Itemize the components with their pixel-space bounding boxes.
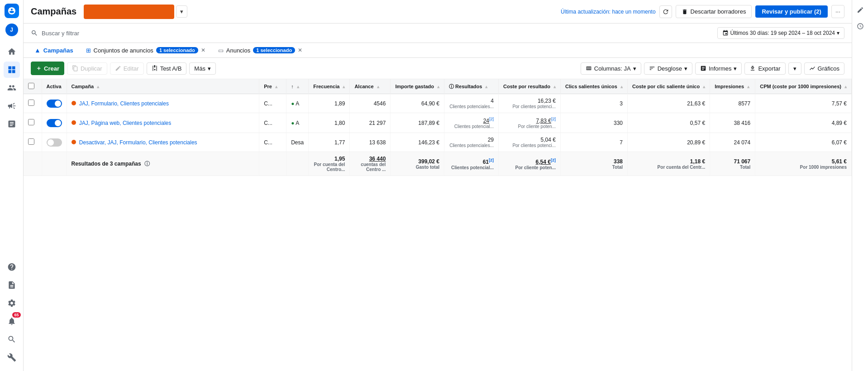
tab-ads[interactable]: ▭ Anuncios 1 seleccionado ✕	[213, 43, 308, 57]
campaign-selector[interactable]	[84, 5, 174, 19]
ads-badge: 1 seleccionado	[253, 47, 295, 53]
edit-button[interactable]: Editar	[110, 62, 144, 75]
right-sidebar	[852, 0, 868, 371]
last-update-label: Última actualización: hace un momento	[561, 9, 655, 15]
summary-impresiones: 71 067 Total	[710, 152, 755, 176]
more-options-button[interactable]: ···	[831, 5, 844, 18]
right-edit-icon[interactable]	[854, 4, 867, 16]
campaign-selector-wrap: ▾	[84, 5, 187, 19]
tab-campaigns-label: Campañas	[43, 47, 73, 54]
search-placeholder: Buscar y filtrar	[42, 30, 79, 37]
row1-toggle-switch[interactable]	[47, 100, 62, 108]
create-button[interactable]: ＋ Crear	[31, 62, 64, 75]
publish-button[interactable]: Revisar y publicar (2)	[755, 5, 828, 18]
summary-row: Resultados de 3 campañas ⓘ 1,95 Por cuen…	[24, 152, 852, 176]
export-button[interactable]: Exportar	[744, 62, 785, 75]
row2-importe: 187,89 €	[391, 113, 444, 133]
col-cpm[interactable]: CPM (coste por 1000 impresiones) ▴	[755, 79, 852, 94]
col-alcance[interactable]: Alcance ▴	[350, 79, 391, 94]
sidebar-item-grid[interactable]	[4, 62, 20, 78]
row3-campaign-link[interactable]: Desactivar, JAJ, Formulario, Clientes po…	[79, 139, 197, 146]
col-importe[interactable]: Importe gastado ▴	[391, 79, 444, 94]
col-campaign[interactable]: Campaña ▴	[67, 79, 259, 94]
ads-close-icon[interactable]: ✕	[298, 47, 302, 53]
row2-campaign: JAJ, Página web, Clientes potenciales	[67, 113, 259, 133]
discard-button[interactable]: Descartar borradores	[676, 5, 752, 18]
duplicate-button[interactable]: Duplicar	[67, 62, 107, 75]
row1-pre: C...	[259, 94, 286, 113]
left-sidebar: J 65	[0, 0, 24, 371]
row2-campaign-link[interactable]: JAJ, Página web, Clientes potenciales	[79, 120, 171, 126]
sidebar-item-home[interactable]	[4, 43, 20, 60]
right-clock-icon[interactable]	[854, 20, 867, 33]
refresh-button[interactable]	[659, 5, 672, 18]
user-avatar[interactable]: J	[5, 24, 18, 36]
col-impresiones[interactable]: Impresiones ▴	[710, 79, 755, 94]
summary-info-icon[interactable]: ⓘ	[144, 161, 150, 167]
col-arrow[interactable]: ↑ ▴	[286, 79, 309, 94]
sidebar-item-chart[interactable]	[4, 116, 20, 132]
campaign-dropdown-arrow[interactable]: ▾	[176, 5, 187, 18]
col-active: Activa	[42, 79, 67, 94]
search-input-wrap[interactable]: Buscar y filtrar	[31, 29, 79, 37]
row1-campaign-link[interactable]: JAJ, Formulario, Clientes potenciales	[79, 100, 169, 107]
col-frecuencia[interactable]: Frecuencia ▴	[309, 79, 350, 94]
desglose-icon	[649, 65, 655, 71]
summary-alcance: 36 440 cuentas del Centro ...	[350, 152, 391, 176]
adsets-badge: 1 seleccionado	[156, 47, 198, 53]
sidebar-item-search[interactable]	[4, 331, 20, 347]
summary-coste-resultado: 6,54 €[2] Por cliente poten...	[499, 152, 561, 176]
sidebar-item-docs[interactable]	[4, 277, 20, 293]
informes-arrow-icon: ▾	[734, 65, 737, 72]
desglose-button[interactable]: Desglose ▾	[644, 62, 692, 75]
row1-status-dot	[72, 101, 76, 105]
row2-toggle[interactable]	[42, 113, 67, 133]
row1-checkbox[interactable]	[24, 94, 42, 113]
columns-icon	[586, 65, 592, 71]
app-logo	[5, 4, 19, 18]
row3-toggle[interactable]	[42, 133, 67, 152]
row2-checkbox[interactable]	[24, 113, 42, 133]
columns-button[interactable]: Columnas: JA ▾	[581, 62, 641, 75]
select-all-checkbox[interactable]	[28, 83, 34, 89]
sidebar-item-megaphone[interactable]	[4, 98, 20, 114]
main-content: Campañas ▾ Última actualización: hace un…	[24, 0, 852, 371]
col-resultados[interactable]: ⓘ Resultados ▴	[444, 79, 499, 94]
row2-toggle-switch[interactable]	[47, 119, 62, 127]
row3-checkbox[interactable]	[24, 133, 42, 152]
tab-ad-sets[interactable]: ⊞ Conjuntos de anuncios 1 seleccionado ✕	[81, 43, 211, 57]
col-clics[interactable]: Clics salientes únicos ▴	[560, 79, 627, 94]
informes-button[interactable]: Informes ▾	[695, 62, 742, 75]
row1-resultados: 4 Clientes potenciales...	[444, 94, 499, 113]
col-coste-resultado[interactable]: Coste por resultado ▴	[499, 79, 561, 94]
calendar-icon	[722, 30, 729, 36]
row1-status: ● A	[286, 94, 309, 113]
row3-status: Desa	[286, 133, 309, 152]
row3-toggle-switch[interactable]	[47, 138, 62, 147]
adsets-close-icon[interactable]: ✕	[201, 47, 205, 53]
more-button[interactable]: Más ▾	[189, 62, 216, 75]
row2-alcance: 21 297	[350, 113, 391, 133]
row3-resultados: 29 Clientes potenciales...	[444, 133, 499, 152]
row1-alcance: 4546	[350, 94, 391, 113]
toolbar-right: Columnas: JA ▾ Desglose ▾ Informes ▾ Exp…	[581, 62, 844, 75]
topbar-right: Última actualización: hace un momento De…	[561, 5, 844, 18]
sidebar-item-settings[interactable]	[4, 295, 20, 311]
col-coste-clic[interactable]: Coste por clic saliente único ▴	[627, 79, 710, 94]
date-filter[interactable]: Últimos 30 días: 19 sep 2024 – 18 oct 20…	[717, 27, 845, 39]
more-arrow-icon: ▾	[208, 65, 211, 72]
sidebar-item-tools[interactable]	[4, 349, 20, 366]
tab-campaigns[interactable]: ▲ Campañas	[29, 43, 79, 57]
row1-campaign: JAJ, Formulario, Clientes potenciales	[67, 94, 259, 113]
test-ab-button[interactable]: Test A/B	[147, 62, 187, 75]
sidebar-item-notifications[interactable]: 65	[4, 313, 20, 329]
row2-pre: C...	[259, 113, 286, 133]
sidebar-item-question[interactable]	[4, 259, 20, 275]
sidebar-item-people[interactable]	[4, 80, 20, 96]
export-dropdown-button[interactable]: ▾	[788, 62, 801, 75]
row1-cpm: 7,57 €	[755, 94, 852, 113]
search-icon	[31, 29, 38, 37]
row1-toggle[interactable]	[42, 94, 67, 113]
col-pre[interactable]: Pre ▴	[259, 79, 286, 94]
graficos-button[interactable]: Gráficos	[804, 62, 844, 75]
